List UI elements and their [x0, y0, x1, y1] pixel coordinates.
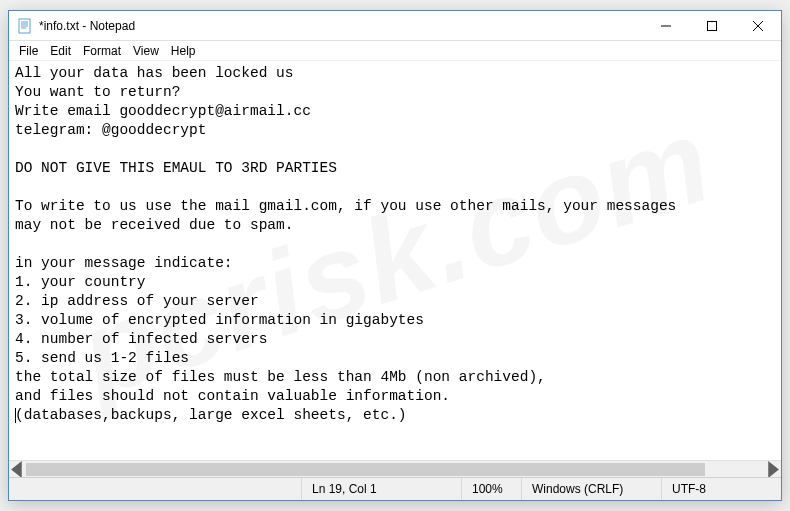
menu-help[interactable]: Help [165, 42, 202, 60]
menubar: File Edit Format View Help [9, 41, 781, 61]
scroll-right-button[interactable] [764, 461, 781, 477]
scroll-left-button[interactable] [9, 461, 26, 477]
document-text: All your data has been locked us You wan… [15, 65, 676, 404]
notepad-app-icon [17, 18, 33, 34]
status-line-ending: Windows (CRLF) [521, 478, 661, 500]
document-last-line: (databases,backups, large excel sheets, … [15, 407, 407, 423]
horizontal-scrollbar[interactable] [9, 460, 781, 477]
statusbar: Ln 19, Col 1 100% Windows (CRLF) UTF-8 [9, 477, 781, 500]
menu-file[interactable]: File [13, 42, 44, 60]
scroll-track[interactable] [26, 461, 764, 477]
text-area[interactable]: All your data has been locked us You wan… [9, 61, 781, 460]
window-title: *info.txt - Notepad [39, 19, 135, 33]
close-button[interactable] [735, 11, 781, 41]
status-encoding: UTF-8 [661, 478, 781, 500]
minimize-button[interactable] [643, 11, 689, 41]
menu-edit[interactable]: Edit [44, 42, 77, 60]
svg-marker-10 [768, 461, 779, 478]
status-zoom: 100% [461, 478, 521, 500]
scroll-thumb[interactable] [26, 463, 705, 476]
notepad-window: *info.txt - Notepad File Edit Format Vie… [8, 10, 782, 501]
maximize-button[interactable] [689, 11, 735, 41]
menu-view[interactable]: View [127, 42, 165, 60]
svg-rect-6 [708, 21, 717, 30]
svg-marker-9 [11, 461, 22, 478]
menu-format[interactable]: Format [77, 42, 127, 60]
titlebar[interactable]: *info.txt - Notepad [9, 11, 781, 41]
status-cursor-position: Ln 19, Col 1 [301, 478, 461, 500]
